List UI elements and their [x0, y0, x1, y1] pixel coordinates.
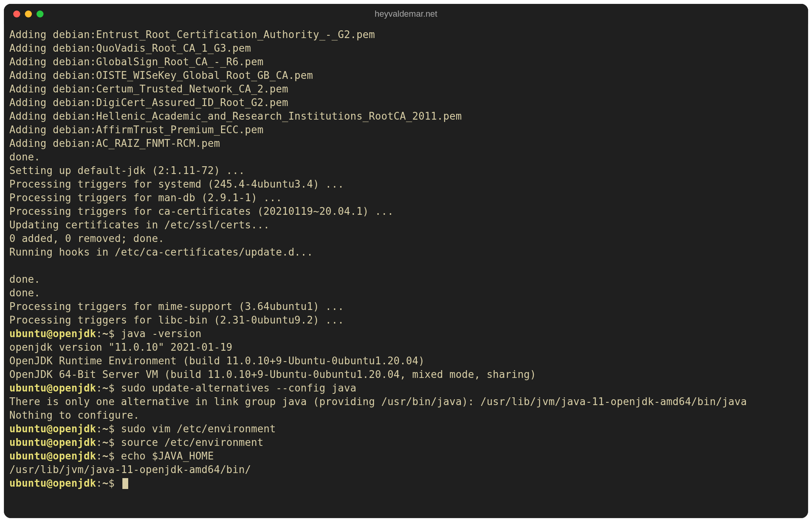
- terminal-output-line: OpenJDK Runtime Environment (build 11.0.…: [9, 354, 803, 368]
- terminal-prompt-line: ubuntu@openjdk:~$ sudo vim /etc/environm…: [9, 422, 803, 436]
- maximize-icon[interactable]: [37, 10, 44, 17]
- prompt-dollar: $: [108, 437, 121, 448]
- prompt-path: ~: [102, 423, 108, 435]
- prompt-path: ~: [102, 328, 108, 339]
- prompt-dollar: $: [108, 423, 121, 435]
- prompt-path: ~: [102, 382, 108, 394]
- terminal-prompt-line: ubuntu@openjdk:~$: [9, 477, 803, 490]
- prompt-dollar: $: [108, 328, 121, 339]
- prompt-user: ubuntu@openjdk: [9, 437, 96, 448]
- prompt-command: source /etc/environment: [121, 437, 263, 448]
- prompt-dollar: $: [108, 477, 121, 489]
- terminal-output-line: Adding debian:Entrust_Root_Certification…: [9, 28, 803, 42]
- prompt-user: ubuntu@openjdk: [9, 450, 96, 462]
- terminal-output-line: Adding debian:AC_RAIZ_FNMT-RCM.pem: [9, 137, 803, 150]
- terminal-output-line: Updating certificates in /etc/ssl/certs.…: [9, 218, 803, 232]
- terminal-output-line: Adding debian:AffirmTrust_Premium_ECC.pe…: [9, 123, 803, 137]
- prompt-command: java -version: [121, 328, 201, 339]
- terminal-output-line: Processing triggers for man-db (2.9.1-1)…: [9, 191, 803, 205]
- minimize-icon[interactable]: [25, 10, 32, 17]
- terminal-output-line: Adding debian:Hellenic_Academic_and_Rese…: [9, 110, 803, 123]
- terminal-output-line: Processing triggers for libc-bin (2.31-0…: [9, 313, 803, 327]
- terminal-output-line: /usr/lib/jvm/java-11-openjdk-amd64/bin/: [9, 463, 803, 477]
- traffic-lights: [13, 10, 44, 17]
- prompt-dollar: $: [108, 450, 121, 462]
- terminal-output-line: There is only one alternative in link gr…: [9, 395, 803, 409]
- terminal-prompt-line: ubuntu@openjdk:~$ echo $JAVA_HOME: [9, 449, 803, 463]
- prompt-path: ~: [102, 477, 108, 489]
- terminal-output-line: Processing triggers for systemd (245.4-4…: [9, 177, 803, 191]
- terminal-prompt-line: ubuntu@openjdk:~$ sudo update-alternativ…: [9, 381, 803, 395]
- prompt-user: ubuntu@openjdk: [9, 328, 96, 339]
- terminal-output-line: Nothing to configure.: [9, 409, 803, 422]
- window-title: heyvaldemar.net: [375, 9, 437, 19]
- terminal-output-line: 0 added, 0 removed; done.: [9, 232, 803, 245]
- terminal-output-line: [9, 259, 803, 273]
- titlebar: heyvaldemar.net: [4, 4, 808, 24]
- terminal-output-line: Setting up default-jdk (2:1.11-72) ...: [9, 164, 803, 177]
- prompt-dollar: $: [108, 382, 121, 394]
- prompt-command: sudo update-alternatives --config java: [121, 382, 356, 394]
- prompt-user: ubuntu@openjdk: [9, 382, 96, 394]
- prompt-user: ubuntu@openjdk: [9, 477, 96, 489]
- prompt-command: echo $JAVA_HOME: [121, 450, 214, 462]
- terminal-prompt-line: ubuntu@openjdk:~$ source /etc/environmen…: [9, 436, 803, 449]
- terminal-output-line: done.: [9, 286, 803, 300]
- terminal-output-line: Adding debian:DigiCert_Assured_ID_Root_G…: [9, 96, 803, 110]
- terminal-body[interactable]: Adding debian:Entrust_Root_Certification…: [4, 24, 808, 496]
- cursor-icon: [122, 478, 128, 489]
- prompt-colon: :: [96, 423, 102, 435]
- terminal-output-line: done.: [9, 273, 803, 286]
- terminal-output-line: done.: [9, 150, 803, 164]
- prompt-path: ~: [102, 437, 108, 448]
- close-icon[interactable]: [13, 10, 20, 17]
- terminal-output-line: openjdk version "11.0.10" 2021-01-19: [9, 341, 803, 354]
- terminal-prompt-line: ubuntu@openjdk:~$ java -version: [9, 327, 803, 341]
- prompt-path: ~: [102, 450, 108, 462]
- terminal-output-line: Adding debian:GlobalSign_Root_CA_-_R6.pe…: [9, 55, 803, 69]
- terminal-output-line: Processing triggers for mime-support (3.…: [9, 300, 803, 313]
- prompt-colon: :: [96, 382, 102, 394]
- terminal-window: heyvaldemar.net Adding debian:Entrust_Ro…: [4, 4, 808, 518]
- prompt-user: ubuntu@openjdk: [9, 423, 96, 435]
- terminal-output-line: Adding debian:OISTE_WISeKey_Global_Root_…: [9, 69, 803, 82]
- prompt-colon: :: [96, 328, 102, 339]
- terminal-output-line: Running hooks in /etc/ca-certificates/up…: [9, 245, 803, 259]
- terminal-output-line: Adding debian:QuoVadis_Root_CA_1_G3.pem: [9, 42, 803, 55]
- prompt-colon: :: [96, 477, 102, 489]
- terminal-output-line: OpenJDK 64-Bit Server VM (build 11.0.10+…: [9, 368, 803, 381]
- terminal-output-line: Adding debian:Certum_Trusted_Network_CA_…: [9, 82, 803, 96]
- prompt-command: sudo vim /etc/environment: [121, 423, 276, 435]
- prompt-colon: :: [96, 450, 102, 462]
- prompt-colon: :: [96, 437, 102, 448]
- terminal-output-line: Processing triggers for ca-certificates …: [9, 205, 803, 218]
